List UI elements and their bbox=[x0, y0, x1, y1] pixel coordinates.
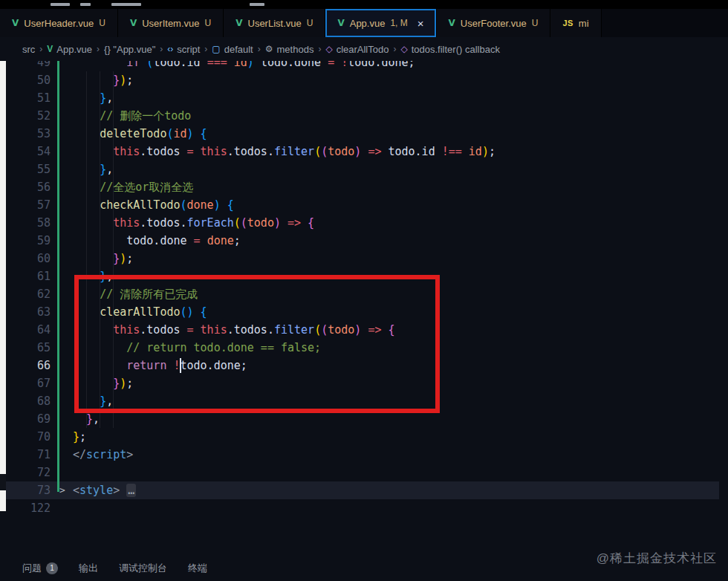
line-number[interactable]: 122 bbox=[0, 499, 51, 517]
breadcrumb: src›VApp.vue›{} "App.vue"›‹›script›▢defa… bbox=[0, 37, 728, 61]
tab-label: mi bbox=[579, 18, 589, 29]
close-icon[interactable]: × bbox=[417, 17, 424, 30]
method-icon: ◇ bbox=[400, 45, 407, 53]
tab-label: UserHeader.vue bbox=[24, 18, 94, 29]
code-editor[interactable]: 49 if (todo.id === id) todo.done = !todo… bbox=[0, 61, 728, 556]
code-line-56[interactable]: 56 //全选or取消全选 bbox=[0, 178, 728, 196]
code-text: }, bbox=[73, 392, 113, 410]
panel-tab-调试控制台[interactable]: 调试控制台 bbox=[119, 562, 167, 575]
line-number[interactable]: 64 bbox=[0, 321, 51, 339]
tab-userlist-vue[interactable]: VUserList.vueU bbox=[224, 9, 325, 37]
code-line-70[interactable]: 70}; bbox=[0, 428, 728, 446]
code-line-59[interactable]: 59 todo.done = done; bbox=[0, 232, 728, 250]
line-number[interactable]: 56 bbox=[0, 178, 51, 196]
line-number[interactable]: 49 bbox=[0, 61, 51, 71]
tab-mi[interactable]: JSmi bbox=[550, 9, 601, 37]
code-line-65[interactable]: 65 // return todo.done == false; bbox=[0, 339, 728, 357]
tab-app-vue[interactable]: VApp.vue1, M× bbox=[325, 9, 436, 37]
line-number[interactable]: 59 bbox=[0, 232, 51, 250]
line-number[interactable]: 73 bbox=[0, 481, 51, 499]
code-line-122[interactable]: 122 bbox=[0, 499, 728, 517]
breadcrumb-item-app-vue[interactable]: {} "App.vue" bbox=[104, 44, 155, 55]
tab-bar: VUserHeader.vueUVUserItem.vueUVUserList.… bbox=[0, 9, 728, 37]
panel-tab-输出[interactable]: 输出 bbox=[79, 562, 98, 575]
breadcrumb-item-default[interactable]: ▢default bbox=[212, 44, 253, 55]
code-line-71[interactable]: 71</script> bbox=[0, 446, 728, 464]
code-line-61[interactable]: 61 }, bbox=[0, 267, 728, 285]
code-line-52[interactable]: 52 // 删除一个todo bbox=[0, 107, 728, 125]
line-number[interactable]: 55 bbox=[0, 160, 51, 178]
breadcrumb-item-app-vue[interactable]: VApp.vue bbox=[47, 44, 92, 55]
code-line-58[interactable]: 58 this.todos.forEach((todo) => { bbox=[0, 214, 728, 232]
line-number[interactable]: 58 bbox=[0, 214, 51, 232]
breadcrumb-label: {} "App.vue" bbox=[104, 44, 155, 55]
text-cursor bbox=[180, 358, 181, 373]
breadcrumb-item-src[interactable]: src bbox=[22, 44, 35, 55]
line-number[interactable]: 67 bbox=[0, 374, 51, 392]
line-number[interactable]: 63 bbox=[0, 303, 51, 321]
line-number[interactable]: 70 bbox=[0, 428, 51, 446]
code-line-66[interactable]: 66 return !todo.done; bbox=[0, 357, 728, 374]
chevron-separator: › bbox=[389, 44, 400, 54]
code-line-68[interactable]: 68 }, bbox=[0, 392, 728, 410]
watermark: @稀土掘金技术社区 bbox=[597, 550, 717, 567]
panel-tab-label: 问题 bbox=[22, 562, 42, 575]
line-number[interactable]: 60 bbox=[0, 250, 51, 267]
fold-chevron-icon[interactable]: > bbox=[59, 481, 65, 499]
breadcrumb-item-clearalltodo[interactable]: ◇clearAllTodo bbox=[325, 44, 389, 55]
problems-count-badge: 1 bbox=[46, 562, 58, 574]
chevron-separator: › bbox=[155, 44, 167, 54]
code-line-49[interactable]: 49 if (todo.id === id) todo.done = !todo… bbox=[0, 61, 728, 71]
line-number[interactable]: 53 bbox=[0, 125, 51, 143]
code-text: }); bbox=[73, 250, 133, 267]
code-line-62[interactable]: 62 // 清除所有已完成 bbox=[0, 285, 728, 303]
code-line-64[interactable]: 64 this.todos = this.todos.filter((todo)… bbox=[0, 321, 728, 339]
code-text: return !todo.done; bbox=[73, 357, 247, 374]
line-number[interactable]: 69 bbox=[0, 410, 51, 428]
line-number[interactable]: 71 bbox=[0, 446, 51, 464]
vue-icon: V bbox=[235, 18, 242, 28]
git-modified-gutter bbox=[57, 61, 59, 492]
code-line-72[interactable]: 72 bbox=[0, 464, 728, 481]
code-line-67[interactable]: 67 }); bbox=[0, 374, 728, 392]
code-line-60[interactable]: 60 }); bbox=[0, 250, 728, 267]
breadcrumb-item-script[interactable]: ‹›script bbox=[167, 44, 200, 55]
panel-tab-label: 输出 bbox=[79, 562, 98, 575]
code-line-57[interactable]: 57 checkAllTodo(done) { bbox=[0, 196, 728, 214]
line-number[interactable]: 54 bbox=[0, 143, 51, 160]
code-line-63[interactable]: 63 clearAllTodo() { bbox=[0, 303, 728, 321]
line-number[interactable]: 68 bbox=[0, 392, 51, 410]
breadcrumb-item-methods[interactable]: ⚙methods bbox=[265, 44, 314, 55]
tab-userheader-vue[interactable]: VUserHeader.vueU bbox=[0, 9, 118, 37]
git-decoration: U bbox=[307, 18, 313, 28]
line-number[interactable]: 65 bbox=[0, 339, 51, 357]
code-line-69[interactable]: 69 }, bbox=[0, 410, 728, 428]
line-number[interactable]: 51 bbox=[0, 89, 51, 107]
titlebar bbox=[0, 0, 728, 9]
panel-tab-问题[interactable]: 问题1 bbox=[22, 562, 58, 575]
panel-tab-label: 终端 bbox=[188, 562, 207, 575]
line-number[interactable]: 61 bbox=[0, 267, 51, 285]
tab-useritem-vue[interactable]: VUserItem.vueU bbox=[118, 9, 224, 37]
method-icon: ◇ bbox=[325, 45, 332, 53]
code-line-73[interactable]: 73><style> … bbox=[0, 481, 728, 499]
code-line-54[interactable]: 54 this.todos = this.todos.filter((todo)… bbox=[0, 143, 728, 160]
line-number[interactable]: 50 bbox=[0, 71, 51, 89]
line-number[interactable]: 72 bbox=[0, 464, 51, 481]
breadcrumb-item-todos-filter-callback[interactable]: ◇todos.filter() callback bbox=[400, 44, 499, 55]
line-number[interactable]: 62 bbox=[0, 285, 51, 303]
vscode-window: { "tabs": [ { "name": "UserHeader.vue", … bbox=[0, 0, 728, 581]
line-number[interactable]: 66 bbox=[0, 357, 51, 374]
code-line-53[interactable]: 53 deleteTodo(id) { bbox=[0, 125, 728, 143]
tab-userfooter-vue[interactable]: VUserFooter.vueU bbox=[437, 9, 551, 37]
line-number[interactable]: 57 bbox=[0, 196, 51, 214]
breadcrumb-label: todos.filter() callback bbox=[412, 44, 500, 55]
code-text: </script> bbox=[73, 446, 133, 464]
titlebar-artifact bbox=[111, 3, 141, 6]
line-number[interactable]: 52 bbox=[0, 107, 51, 125]
titlebar-artifact bbox=[250, 3, 264, 6]
code-line-51[interactable]: 51 }, bbox=[0, 89, 728, 107]
code-line-50[interactable]: 50 }); bbox=[0, 71, 728, 89]
code-line-55[interactable]: 55 }, bbox=[0, 160, 728, 178]
panel-tab-终端[interactable]: 终端 bbox=[188, 562, 207, 575]
